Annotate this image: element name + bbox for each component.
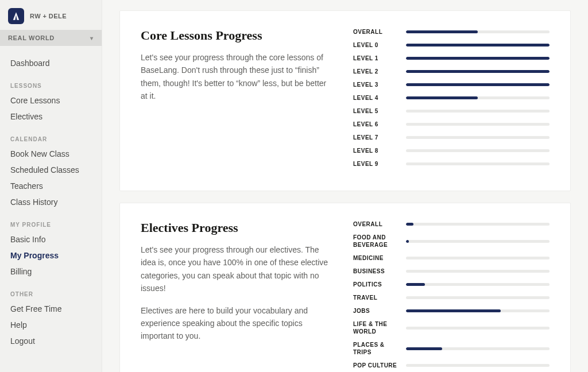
metric-label: PLACES & TRIPS bbox=[353, 341, 398, 356]
metric-row: LEVEL 4 bbox=[353, 94, 550, 102]
sidebar: RW + DELE REAL WORLD ▾ DashboardLESSONSC… bbox=[0, 0, 102, 372]
progress-bar-fill bbox=[406, 347, 442, 350]
sidebar-item-get-free-time[interactable]: Get Free Time bbox=[8, 301, 94, 317]
metric-row: POLITICS bbox=[353, 281, 550, 288]
metric-row: LEVEL 9 bbox=[353, 160, 550, 168]
metric-row: LEVEL 0 bbox=[353, 41, 550, 49]
metric-label: LEVEL 4 bbox=[353, 94, 398, 102]
metric-row: TRAVEL bbox=[353, 294, 550, 301]
metric-label: LEVEL 3 bbox=[353, 81, 398, 88]
metric-label: LEVEL 7 bbox=[353, 134, 398, 141]
logo-icon bbox=[8, 8, 24, 24]
sidebar-section: LESSONSCore LessonsElectives bbox=[0, 73, 102, 127]
metric-row: LIFE & THE WORLD bbox=[353, 320, 550, 335]
sidebar-section: MY PROFILEBasic InfoMy ProgressBilling bbox=[0, 212, 102, 282]
progress-bar bbox=[406, 309, 550, 312]
metric-label: LEVEL 1 bbox=[353, 55, 398, 62]
progress-bar-fill bbox=[406, 57, 550, 60]
metric-label: MEDICINE bbox=[353, 254, 398, 262]
progress-bar bbox=[406, 364, 550, 367]
brand-row: RW + DELE bbox=[0, 0, 102, 30]
sidebar-item-book-new-class[interactable]: Book New Class bbox=[8, 146, 94, 162]
progress-bar bbox=[406, 223, 550, 226]
sidebar-item-my-progress[interactable]: My Progress bbox=[8, 247, 94, 264]
metric-label: LEVEL 9 bbox=[353, 160, 398, 168]
brand-label: RW + DELE bbox=[30, 13, 67, 20]
progress-card: Core Lessons ProgressLet's see your prog… bbox=[119, 10, 571, 191]
card-description: Electives are here to build your vocabul… bbox=[141, 304, 330, 343]
program-selector[interactable]: REAL WORLD ▾ bbox=[0, 30, 102, 46]
sidebar-item-teachers[interactable]: Teachers bbox=[8, 178, 94, 194]
progress-bar bbox=[406, 136, 550, 139]
sidebar-heading: CALENDAR bbox=[8, 136, 94, 146]
program-selector-label: REAL WORLD bbox=[8, 34, 55, 41]
card-description: Let's see your progress through the core… bbox=[141, 51, 330, 103]
metric-label: TRAVEL bbox=[353, 294, 398, 301]
progress-bar bbox=[406, 327, 550, 330]
progress-bar bbox=[406, 283, 550, 286]
metric-row: PLACES & TRIPS bbox=[353, 341, 550, 356]
sidebar-item-scheduled-classes[interactable]: Scheduled Classes bbox=[8, 162, 94, 178]
progress-bar bbox=[406, 162, 550, 165]
progress-bar bbox=[406, 123, 550, 126]
card-metrics: OVERALLLEVEL 0LEVEL 1LEVEL 2LEVEL 3LEVEL… bbox=[353, 28, 550, 173]
metric-row: BUSINESS bbox=[353, 268, 550, 275]
progress-bar bbox=[406, 149, 550, 152]
metric-label: JOBS bbox=[353, 307, 398, 315]
progress-card: Electives ProgressLet's see your progres… bbox=[119, 203, 571, 372]
sidebar-section: CALENDARBook New ClassScheduled ClassesT… bbox=[0, 127, 102, 212]
metric-label: OVERALL bbox=[353, 28, 398, 36]
sidebar-section: Dashboard bbox=[0, 46, 102, 73]
metric-row: LEVEL 3 bbox=[353, 81, 550, 88]
sidebar-item-billing[interactable]: Billing bbox=[8, 264, 94, 280]
progress-bar-fill bbox=[406, 83, 550, 86]
metric-row: LEVEL 2 bbox=[353, 68, 550, 75]
progress-bar bbox=[406, 83, 550, 86]
sidebar-item-logout[interactable]: Logout bbox=[8, 333, 94, 349]
sidebar-heading: MY PROFILE bbox=[8, 222, 94, 231]
sidebar-item-dashboard[interactable]: Dashboard bbox=[8, 55, 94, 71]
metric-label: LEVEL 2 bbox=[353, 68, 398, 75]
progress-bar bbox=[406, 257, 550, 259]
sidebar-heading: OTHER bbox=[8, 291, 94, 301]
sidebar-item-help[interactable]: Help bbox=[8, 317, 94, 333]
progress-bar bbox=[406, 110, 550, 113]
progress-bar bbox=[406, 44, 550, 46]
metric-row: LEVEL 7 bbox=[353, 134, 550, 141]
card-title: Electives Progress bbox=[141, 220, 330, 235]
progress-bar-fill bbox=[406, 283, 425, 286]
card-title: Core Lessons Progress bbox=[141, 28, 330, 43]
progress-bar-fill bbox=[406, 309, 501, 312]
metric-row: LEVEL 5 bbox=[353, 107, 550, 115]
sidebar-item-core-lessons[interactable]: Core Lessons bbox=[8, 92, 94, 108]
sidebar-item-class-history[interactable]: Class History bbox=[8, 194, 94, 210]
metric-label: BUSINESS bbox=[353, 268, 398, 275]
metric-row: JOBS bbox=[353, 307, 550, 315]
progress-bar bbox=[406, 296, 550, 299]
metric-label: OVERALL bbox=[353, 220, 398, 228]
metric-row: OVERALL bbox=[353, 220, 550, 228]
metric-label: LEVEL 6 bbox=[353, 121, 398, 128]
sidebar-item-basic-info[interactable]: Basic Info bbox=[8, 231, 94, 247]
progress-bar bbox=[406, 57, 550, 60]
metric-label: POLITICS bbox=[353, 281, 398, 288]
card-description: Let's see your progress through our elec… bbox=[141, 243, 330, 295]
metric-row: LEVEL 6 bbox=[353, 121, 550, 128]
progress-bar bbox=[406, 70, 550, 73]
card-metrics: OVERALLFOOD AND BEVERAGEMEDICINEBUSINESS… bbox=[353, 220, 550, 372]
metric-label: LIFE & THE WORLD bbox=[353, 320, 398, 335]
metric-row: FOOD AND BEVERAGE bbox=[353, 234, 550, 249]
card-left: Electives ProgressLet's see your progres… bbox=[141, 220, 330, 372]
progress-bar-fill bbox=[406, 44, 550, 46]
progress-bar bbox=[406, 96, 550, 99]
progress-bar-fill bbox=[406, 240, 409, 243]
progress-bar-fill bbox=[406, 96, 478, 99]
chevron-down-icon: ▾ bbox=[90, 35, 94, 41]
sidebar-item-electives[interactable]: Electives bbox=[8, 108, 94, 125]
metric-label: FOOD AND BEVERAGE bbox=[353, 234, 398, 249]
card-left: Core Lessons ProgressLet's see your prog… bbox=[141, 28, 330, 173]
metric-row: POP CULTURE bbox=[353, 362, 550, 369]
metric-row: LEVEL 1 bbox=[353, 55, 550, 62]
main-content: Core Lessons ProgressLet's see your prog… bbox=[102, 0, 588, 372]
metric-row: OVERALL bbox=[353, 28, 550, 36]
